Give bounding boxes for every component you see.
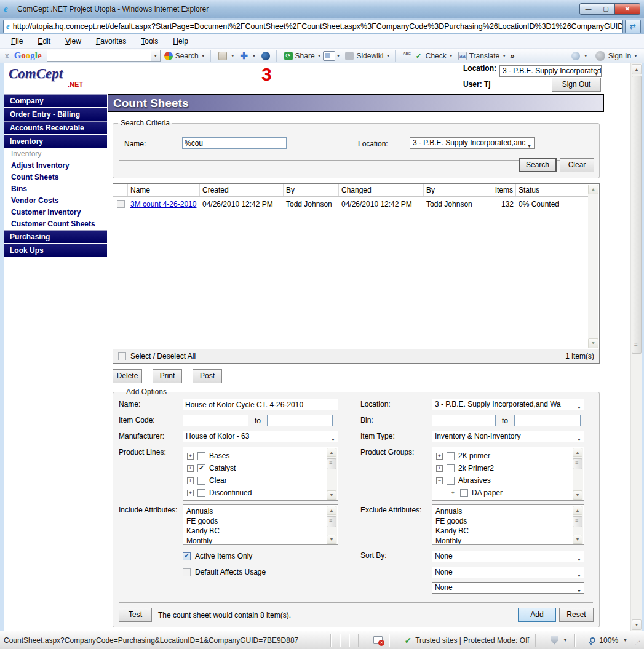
window-view-icon[interactable] [323,51,335,61]
product-group-checkbox[interactable] [447,464,455,472]
zoom-level[interactable]: 100% [599,636,618,645]
search-button[interactable]: Search [519,158,557,172]
product-group-checkbox[interactable] [447,452,455,460]
scroll-up-icon[interactable]: ▲ [573,448,582,457]
chevron-down-icon[interactable]: ▼ [623,638,627,642]
sidebar-item-order-entry-billing[interactable]: Order Entry - Billing [4,108,107,121]
chevron-down-icon[interactable]: ▼ [201,54,205,58]
add-button[interactable]: Add [518,608,556,622]
product-line-checkbox[interactable] [197,452,205,460]
scroll-up-icon[interactable]: ▲ [327,506,336,515]
sign-out-button[interactable]: Sign Out [552,78,601,92]
header-location-select[interactable]: 3 - P.B.E. Supply Incorporated [499,65,602,77]
address-input[interactable]: e http://utopia.hq.comcept.net/default.a… [3,20,623,33]
expand-icon[interactable]: + [187,453,194,460]
google-search-button[interactable]: Search [175,52,199,60]
include-attributes-scrollbar[interactable]: ▲ ▼ [327,506,337,544]
list-item[interactable]: Monthly [435,536,571,545]
add-gadget-icon[interactable]: ✚ [240,52,248,60]
chevron-down-icon[interactable]: ▼ [502,54,506,58]
expand-icon[interactable]: + [450,490,456,496]
scrollbar-thumb[interactable] [573,516,582,527]
security-zone-text[interactable]: Trusted sites | Protected Mode: Off [415,636,529,645]
menu-help[interactable]: Help [173,37,188,46]
sign-in-button[interactable]: Sign In [608,52,631,60]
product-groups-scrollbar[interactable]: ▲ ▼ [573,448,583,500]
chevron-down-icon[interactable]: ▼ [336,54,341,58]
toolbar-overflow-button[interactable]: » [510,51,514,60]
product-group-checkbox[interactable] [460,489,468,497]
scroll-down-icon[interactable]: ▼ [327,490,336,500]
chevron-down-icon[interactable]: ▼ [584,54,588,58]
list-item[interactable]: Kandy BC [435,526,571,536]
manufacturer-select[interactable]: House of Kolor - 63 [183,431,338,442]
sidebar-item-adjust-inventory[interactable]: Adjust Inventory [4,160,107,172]
scroll-down-icon[interactable]: ▼ [573,490,582,500]
resize-grip[interactable]: ⋰ [635,640,642,647]
collapse-icon[interactable]: − [436,477,443,484]
expand-icon[interactable]: + [187,477,194,484]
search-name-input[interactable] [182,137,287,149]
minimize-button[interactable]: — [579,3,597,15]
menu-edit[interactable]: Edit [38,37,50,46]
sort-by-select-1[interactable]: None [432,551,584,562]
google-earth-icon[interactable] [261,52,270,60]
chevron-down-icon[interactable]: ▼ [634,54,638,58]
product-group-checkbox[interactable] [447,477,455,485]
toolbar-close-icon[interactable]: x [5,52,9,60]
chevron-down-icon[interactable]: ▼ [231,54,235,58]
scroll-down-icon[interactable]: ▼ [573,535,582,544]
col-status[interactable]: Status [516,184,588,196]
scroll-down-icon[interactable]: ▼ [632,619,642,630]
clear-button[interactable]: Clear [560,158,594,172]
chevron-down-icon[interactable]: ▼ [252,54,256,58]
close-button[interactable]: ✕ [615,3,640,15]
expand-icon[interactable]: + [436,453,443,460]
count-sheet-link[interactable]: 3M count 4-26-2010 [130,200,196,209]
zoom-magnifier-icon[interactable] [590,637,595,643]
check-button[interactable]: Check [426,52,447,60]
expand-icon[interactable]: + [187,490,194,496]
col-items[interactable]: Items [479,184,516,196]
scrollbar-thumb[interactable] [327,516,336,527]
sidebar-item-inventory-section[interactable]: Inventory [4,135,107,148]
chevron-down-icon[interactable]: ▼ [449,54,453,58]
sidebar-item-look-ups[interactable]: Look Ups [4,244,107,257]
menu-favorites[interactable]: Favorites [96,37,126,46]
product-lines-scrollbar[interactable]: ▲ ▼ [327,448,337,500]
list-item[interactable]: FE goods [186,516,325,526]
col-by[interactable]: By [284,184,339,196]
sidebar-item-vendor-costs[interactable]: Vendor Costs [4,195,107,207]
chevron-down-icon[interactable]: ▼ [386,54,390,58]
scroll-up-icon[interactable]: ▲ [632,64,642,74]
list-item[interactable]: Monthly [186,536,325,545]
add-name-input[interactable] [183,399,338,410]
scroll-up-icon[interactable]: ▲ [573,506,582,515]
search-location-select[interactable]: 3 - P.B.E. Supply Incorporated,anc [410,137,535,149]
table-scrollbar[interactable]: ▲ ▼ [588,185,598,348]
list-item[interactable]: Annuals [435,506,571,516]
col-changed-by[interactable]: By [424,184,479,196]
translate-button[interactable]: Translate [469,52,500,60]
sort-by-select-3[interactable]: None [432,582,584,594]
row-checkbox[interactable] [117,200,125,208]
chevron-down-icon[interactable]: ▼ [563,638,567,642]
test-button[interactable]: Test [119,608,152,622]
bin-from-input[interactable] [432,415,496,426]
scrollbar-thumb[interactable] [327,458,336,469]
protected-mode-shield-icon[interactable] [551,636,558,645]
blocked-content-icon[interactable] [373,636,383,644]
active-items-only-checkbox[interactable] [183,552,191,560]
scroll-down-icon[interactable]: ▼ [327,535,336,544]
news-icon[interactable] [218,52,227,60]
sidebar-item-purchasing[interactable]: Purchasing [4,230,107,243]
list-item[interactable]: Annuals [186,506,325,516]
scroll-up-icon[interactable]: ▲ [327,448,336,457]
add-location-select[interactable]: 3 - P.B.E. Supply Incorporated,and Wa [432,399,584,410]
menu-tools[interactable]: Tools [141,37,158,46]
refresh-icon[interactable]: ⇄ [625,20,641,33]
sidebar-item-accounts-receivable[interactable]: Accounts Receivable [4,121,107,134]
item-code-to-input[interactable] [267,415,333,426]
reset-button[interactable]: Reset [559,608,594,622]
col-changed[interactable]: Changed [339,184,424,196]
